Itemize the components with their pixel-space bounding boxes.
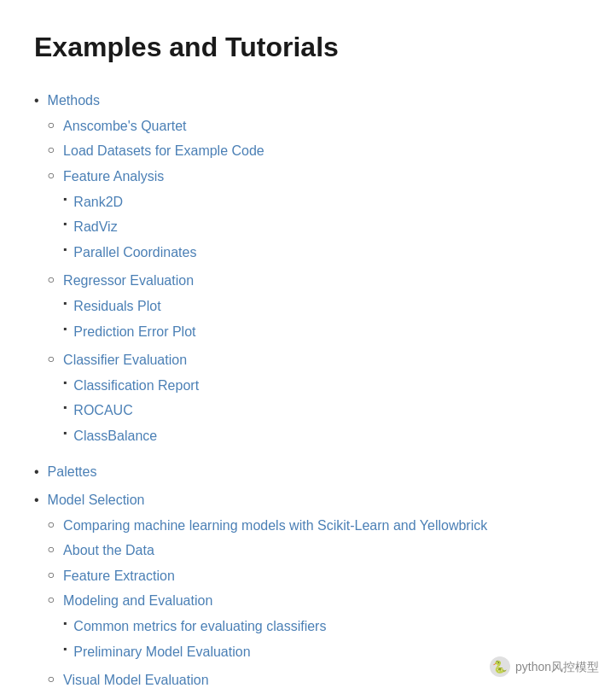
list-item-level3: ▪Classification Report	[63, 375, 582, 397]
list-item-level3: ▪Parallel Coordinates	[63, 242, 582, 264]
watermark-icon: 🐍	[490, 656, 510, 677]
level2-link[interactable]: Load Datasets for Example Code	[63, 143, 264, 158]
level3-link[interactable]: ClassBalance	[73, 425, 157, 447]
level3-link[interactable]: Preliminary Model Evaluation	[73, 641, 250, 663]
square-bullet-icon: ▪	[63, 615, 67, 632]
list-item-level2: ○Regressor Evaluation▪Residuals Plot▪Pre…	[48, 270, 582, 346]
level2-link[interactable]: Feature Extraction	[63, 569, 175, 583]
square-bullet-icon: ▪	[63, 321, 67, 337]
circle-bullet-icon: ○	[48, 140, 55, 159]
square-bullet-icon: ▪	[63, 425, 67, 441]
list-item-level2: ○Modeling and Evaluation▪Common metrics …	[48, 590, 582, 666]
page-title: Examples and Tutorials	[34, 26, 582, 69]
circle-bullet-icon: ○	[48, 166, 55, 184]
list-item-level3: ▪ROCAUC	[63, 399, 582, 422]
list-item-level1: •Palettes	[34, 461, 582, 483]
level3-link[interactable]: Residuals Plot	[73, 295, 160, 318]
level3-link[interactable]: Rank2D	[73, 191, 123, 213]
list-item-level2: ○Comparing machine learning models with …	[48, 515, 582, 537]
level2-link[interactable]: Feature Analysis	[63, 169, 164, 184]
square-bullet-icon: ▪	[63, 375, 67, 391]
level3-list: ▪Classification Report▪ROCAUC▪ClassBalan…	[63, 375, 582, 447]
list-item-level2: ○Feature Extraction	[48, 565, 582, 587]
level1-link[interactable]: Model Selection	[48, 493, 145, 507]
list-item-level3: ▪Residuals Plot	[63, 295, 582, 318]
main-list: •Methods○Anscombe's Quartet○Load Dataset…	[34, 90, 582, 694]
circle-bullet-icon: ○	[48, 270, 55, 289]
circle-bullet-icon: ○	[48, 115, 55, 134]
circle-bullet-icon: ○	[48, 349, 55, 368]
watermark: 🐍 python风控模型	[490, 656, 599, 677]
circle-bullet-icon: ○	[48, 565, 55, 584]
level3-link[interactable]: Parallel Coordinates	[73, 242, 196, 264]
level2-link[interactable]: Classifier Evaluation	[63, 353, 187, 367]
circle-bullet-icon: ○	[48, 590, 55, 609]
list-item-level2: ○Classifier Evaluation▪Classification Re…	[48, 349, 582, 450]
square-bullet-icon: ▪	[63, 216, 67, 232]
level1-link[interactable]: Methods	[48, 93, 100, 108]
bullet-icon: •	[34, 489, 39, 511]
list-item-level2: ○Load Datasets for Example Code	[48, 140, 582, 162]
level2-link[interactable]: Anscombe's Quartet	[63, 119, 186, 133]
level3-list: ▪Common metrics for evaluating classifie…	[63, 615, 582, 662]
level3-link[interactable]: RadViz	[73, 216, 117, 238]
square-bullet-icon: ▪	[63, 399, 67, 416]
level3-list: ▪Rank2D▪RadViz▪Parallel Coordinates	[63, 191, 582, 264]
level3-link[interactable]: Common metrics for evaluating classifier…	[73, 615, 326, 638]
list-item-level2: ○Feature Analysis▪Rank2D▪RadViz▪Parallel…	[48, 166, 582, 266]
square-bullet-icon: ▪	[63, 191, 67, 207]
level2-link[interactable]: Regressor Evaluation	[63, 273, 194, 288]
square-bullet-icon: ▪	[63, 242, 67, 258]
level2-link[interactable]: Modeling and Evaluation	[63, 593, 212, 608]
level3-list: ▪Residuals Plot▪Prediction Error Plot	[63, 295, 582, 342]
bullet-icon: •	[34, 461, 39, 483]
bullet-icon: •	[34, 90, 39, 112]
list-item-level2: ○About the Data	[48, 539, 582, 562]
circle-bullet-icon: ○	[48, 669, 55, 688]
list-item-level2: ○Anscombe's Quartet	[48, 115, 582, 137]
level3-link[interactable]: Prediction Error Plot	[73, 321, 195, 343]
circle-bullet-icon: ○	[48, 515, 55, 534]
list-item-level3: ▪RadViz	[63, 216, 582, 238]
level2-list: ○Anscombe's Quartet○Load Datasets for Ex…	[48, 115, 582, 451]
level2-link[interactable]: About the Data	[63, 543, 154, 557]
list-item-level3: ▪Rank2D	[63, 191, 582, 213]
level2-link[interactable]: Visual Model Evaluation	[63, 673, 208, 687]
square-bullet-icon: ▪	[63, 295, 67, 312]
level1-link[interactable]: Palettes	[48, 464, 97, 479]
list-item-level3: ▪Common metrics for evaluating classifie…	[63, 615, 582, 638]
level2-link[interactable]: Comparing machine learning models with S…	[63, 518, 487, 533]
level3-link[interactable]: Classification Report	[73, 375, 199, 397]
square-bullet-icon: ▪	[63, 641, 67, 657]
list-item-level3: ▪ClassBalance	[63, 425, 582, 447]
circle-bullet-icon: ○	[48, 539, 55, 558]
level3-link[interactable]: ROCAUC	[73, 399, 132, 422]
watermark-text: python风控模型	[515, 657, 599, 676]
list-item-level1: •Methods○Anscombe's Quartet○Load Dataset…	[34, 90, 582, 453]
list-item-level3: ▪Prediction Error Plot	[63, 321, 582, 343]
